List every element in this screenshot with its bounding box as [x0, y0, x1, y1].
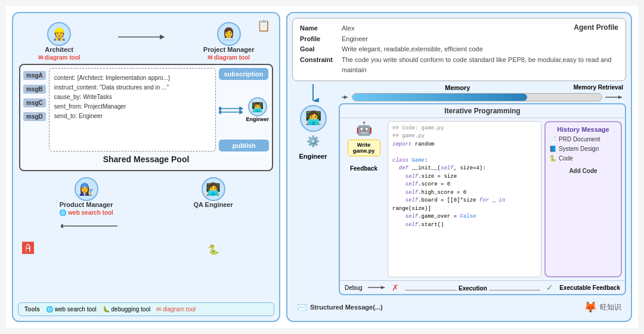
- subscription-box: subscription: [219, 68, 268, 80]
- memory-bar-row: [342, 91, 623, 103]
- tools-label: Tools: [24, 306, 40, 313]
- code-line-5: class Game:: [392, 157, 537, 165]
- msg-label-b: msgB: [23, 85, 46, 94]
- engineer-mini-area: 👨‍💻 Engineer: [219, 97, 269, 122]
- message-area: msgA msgB msgC msgD content: {Architect:…: [23, 68, 269, 151]
- qa-engineer-label: QA Engineer: [193, 201, 233, 208]
- code-line-13: self.start(): [392, 221, 537, 230]
- right-panel: Agent Profile Name Alex Profile Engineer…: [286, 12, 632, 322]
- history-message-box: History Message 📄 PRD Document 📘 System …: [544, 121, 622, 277]
- project-manager-avatar: 👩‍💼: [217, 22, 241, 46]
- profile-val-profile: Engineer: [342, 34, 368, 45]
- memory-area: Memory Memory Retrieval: [339, 84, 626, 103]
- msg-label-c: msgC: [23, 98, 46, 107]
- system-design-icon: 📘: [549, 146, 556, 152]
- right-side-labels: subscription 👨‍💻 Engineer: [219, 68, 269, 151]
- gear-icon: ⚙️: [306, 135, 320, 148]
- product-manager-label: Product Manager: [60, 201, 113, 208]
- product-manager-agent: 👩‍🔧 Product Manager 🌐 web search tool: [59, 177, 113, 216]
- profile-key-profile: Profile: [300, 34, 339, 45]
- profile-profile-row: Profile Engineer: [300, 34, 618, 45]
- code-icon: 🐍: [549, 155, 556, 162]
- iterative-box: Iterative Programming 🤖 Write game.py Fe…: [339, 103, 626, 295]
- msg-content-line2: instruct_content: "Data structures and i…: [54, 83, 211, 92]
- profile-constraint-row: Constraint The code you write should con…: [300, 55, 618, 76]
- watermark: 🦊 旺知识: [584, 301, 621, 314]
- prd-label: PRD Document: [559, 136, 600, 143]
- memory-fill: [352, 94, 527, 101]
- agent-profile: Agent Profile Name Alex Profile Engineer…: [292, 18, 626, 81]
- write-gamepy-box: Write game.py: [348, 140, 380, 156]
- architect-avatar: 👷: [47, 22, 71, 46]
- profile-goal-row: Goal Write elegant, readable,extensible,…: [300, 44, 618, 55]
- pool-title: Shared Message Pool: [23, 154, 269, 164]
- project-manager-agent: 👩‍💼 Project Manager ✉ diagram tool: [203, 22, 255, 61]
- qa-engineer-avatar: 👩‍💻: [202, 177, 225, 201]
- tools-legend: Tools 🌐 web search tool 🐛 debugging tool…: [18, 302, 274, 316]
- diagram-icon-red2: ✉: [208, 54, 212, 61]
- system-design-label: System Design: [559, 146, 599, 152]
- chatgpt-icon: 🤖: [356, 121, 372, 137]
- publish-box: publish: [219, 140, 269, 151]
- profile-val-constraint: The code you write should conform to cod…: [342, 55, 618, 76]
- profile-name-row: Name Alex: [300, 23, 618, 34]
- left-panel: 👷 Architect ✉ diagram tool 👩‍💼 Project M…: [12, 12, 280, 322]
- msg-label-a: msgA: [23, 71, 46, 80]
- file-icon-top: 📋: [257, 19, 270, 32]
- iterative-title: Iterative Programming: [340, 104, 625, 118]
- diagram-icon-red: ✉: [38, 54, 43, 61]
- memory-label: Memory: [342, 84, 574, 91]
- project-manager-label: Project Manager: [203, 46, 255, 53]
- msg-content-line5: send_to: Engineer: [54, 112, 211, 121]
- watermark-text: 旺知识: [600, 302, 621, 313]
- top-agents-row: 👷 Architect ✉ diagram tool 👩‍💼 Project M…: [19, 22, 273, 61]
- architect-label: Architect: [45, 46, 73, 53]
- pm-tool-label: diagram tool: [214, 54, 250, 61]
- code-line-6: def __init__(self, size=4):: [392, 165, 537, 173]
- engineer-side: 👩‍💻 ⚙️ Engineer: [292, 84, 334, 295]
- history-item-prd: 📄 PRD Document: [549, 136, 617, 143]
- middle-area: 👩‍💻 ⚙️ Engineer Memory Memory Retrieval: [292, 84, 626, 295]
- profile-val-name: Alex: [342, 23, 354, 34]
- architect-tool-label: diagram tool: [45, 54, 80, 61]
- debugging-tool-legend: 🐛 debugging tool: [103, 306, 150, 313]
- code-line-11: range(size)]: [392, 205, 537, 214]
- memory-retrieval-label: Memory Retrieval: [574, 84, 623, 91]
- web-search-icon: 🌐: [59, 209, 66, 216]
- code-line-7: self.size = size: [392, 173, 537, 181]
- execution-line-area: Execution: [405, 290, 540, 290]
- qa-engineer-agent: 👩‍💻 QA Engineer: [193, 177, 233, 216]
- memory-header: Memory Memory Retrieval: [342, 84, 623, 91]
- history-item-system: 📘 System Design: [549, 146, 617, 152]
- engineer-avatar-mini: 👨‍💻: [248, 97, 267, 116]
- arrow-debug: [368, 283, 386, 292]
- bottom-agents-row: 👩‍🔧 Product Manager 🌐 web search tool 👩‍…: [19, 177, 273, 216]
- structured-message: ✉️ Structured Message(...): [297, 302, 383, 312]
- adobe-icon: 🅰: [22, 242, 34, 255]
- product-manager-avatar: 👩‍🔧: [75, 177, 98, 201]
- engineer-avatar-right: 👩‍💻: [300, 105, 327, 132]
- left-iter-col: 🤖 Write game.py Feedback: [343, 121, 385, 277]
- code-line-8: self.score = 0: [392, 181, 537, 189]
- architect-tool: ✉ diagram tool: [38, 54, 80, 61]
- shared-pool-section: msgA msgB msgC msgD content: {Architect:…: [19, 64, 273, 171]
- code-line-10: self.board = [[0]*size for _ in: [392, 197, 537, 205]
- msg-content-line3: cause_by: WriteTasks: [54, 92, 211, 102]
- code-line-9: self.high_score = 0: [392, 189, 537, 197]
- feedback-label: Feedback: [350, 165, 377, 172]
- msg-content-line1: content: {Architect: Implementation appr…: [54, 73, 211, 83]
- web-search-tool-legend: 🌐 web search tool: [46, 306, 97, 313]
- message-labels: msgA msgB msgC msgD: [23, 68, 46, 151]
- pm-tool-label2: web search tool: [68, 209, 113, 216]
- iterative-programming-area: Memory Memory Retrieval: [339, 84, 626, 295]
- iterative-content: 🤖 Write game.py Feedback ## Code: game.p…: [340, 118, 625, 280]
- python-icon: 🐍: [208, 244, 219, 255]
- arrow-pm-up: [61, 220, 120, 234]
- bottom-bar: ✉️ Structured Message(...) 🦊 旺知识: [292, 298, 626, 316]
- diagram-tool-legend: ✉ diagram tool: [156, 306, 196, 313]
- watermark-icon: 🦊: [584, 301, 597, 314]
- project-manager-tool: ✉ diagram tool: [208, 54, 250, 61]
- msg-content-line4: sent_from: ProjectManager: [54, 102, 211, 112]
- mail-icon: ✉️: [297, 302, 307, 312]
- memory-progress-bar: [352, 93, 602, 101]
